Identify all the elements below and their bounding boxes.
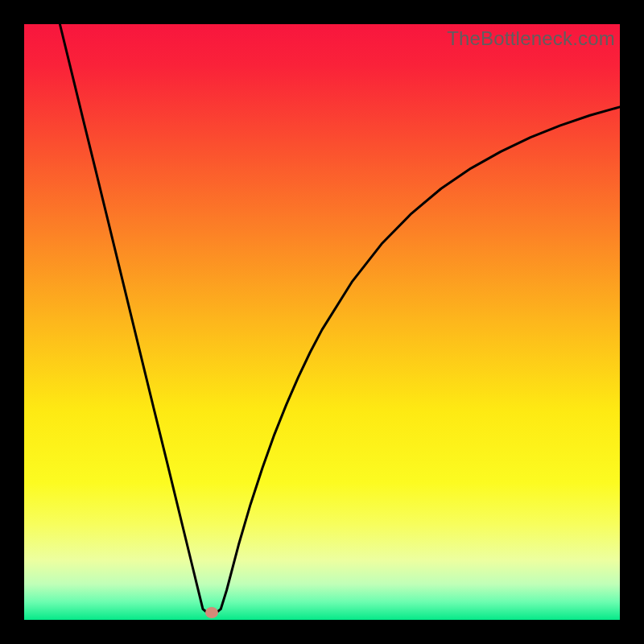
- watermark-text: TheBottleneck.com: [447, 27, 615, 50]
- chart-frame: TheBottleneck.com: [24, 24, 620, 620]
- bottleneck-curve: [24, 24, 620, 620]
- optimal-point-marker: [205, 607, 218, 618]
